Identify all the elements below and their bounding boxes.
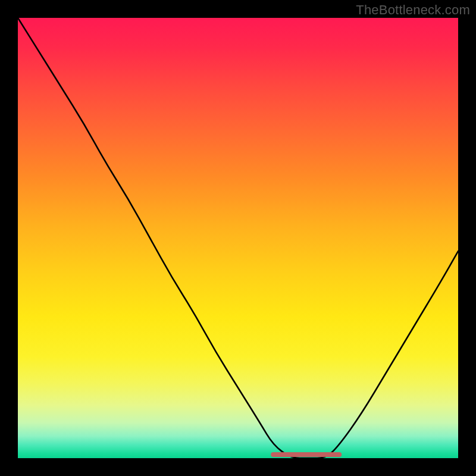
- curve-path: [18, 18, 458, 458]
- plot-area: [18, 18, 458, 458]
- watermark-text: TheBottleneck.com: [356, 2, 470, 18]
- bottleneck-curve: [18, 18, 458, 458]
- chart-frame: TheBottleneck.com: [0, 0, 476, 476]
